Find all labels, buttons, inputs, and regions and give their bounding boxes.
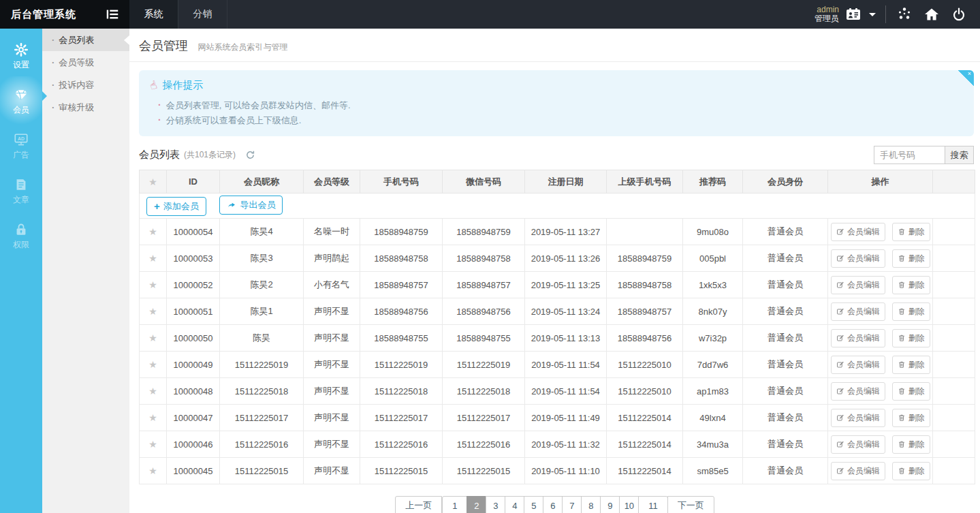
cell-phone: 15112225018: [360, 378, 443, 405]
pagination-page-button[interactable]: 11: [638, 496, 668, 513]
pagination-page-button[interactable]: 1: [442, 496, 467, 513]
edit-icon: [836, 387, 844, 395]
star-toggle[interactable]: ★: [148, 465, 157, 476]
cell-id: 10000045: [167, 458, 220, 484]
pagination-next-button[interactable]: 下一页: [667, 496, 714, 513]
edit-member-label: 会员编辑: [847, 226, 880, 238]
home-button[interactable]: [923, 5, 941, 23]
power-icon: [951, 6, 967, 22]
delete-member-button[interactable]: 删除: [892, 223, 930, 241]
pagination-prev-button[interactable]: 上一页: [395, 496, 442, 513]
pagination: 上一页 1234567891011 下一页: [395, 496, 714, 513]
cell-actions: 会员编辑 删除: [828, 405, 933, 431]
star-toggle[interactable]: ★: [148, 306, 157, 317]
delete-member-button[interactable]: 删除: [892, 276, 930, 294]
sidebar-item-permissions[interactable]: 权限: [0, 215, 42, 258]
favorite-cell: ★: [140, 352, 167, 378]
sidebar-item-settings[interactable]: 设置: [0, 35, 42, 78]
star-toggle[interactable]: ★: [148, 226, 157, 237]
cell-id: 10000049: [167, 352, 220, 378]
page-header: 会员管理 网站系统会员索引与管理: [129, 29, 980, 62]
delete-member-button[interactable]: 删除: [892, 329, 930, 347]
search-button[interactable]: 搜索: [945, 146, 974, 164]
scatter-dots-button[interactable]: [896, 5, 913, 23]
star-toggle[interactable]: ★: [148, 332, 157, 343]
pagination-page-button[interactable]: 9: [600, 496, 620, 513]
star-toggle[interactable]: ★: [148, 386, 157, 397]
logout-button[interactable]: [950, 5, 968, 23]
cell-refcode: w7i32p: [683, 325, 743, 352]
tips-close-button[interactable]: ×: [958, 70, 974, 87]
star-toggle[interactable]: ★: [148, 439, 157, 450]
cell-actions: 会员编辑 删除: [828, 298, 933, 325]
edit-member-label: 会员编辑: [847, 253, 880, 264]
cell-identity: 普通会员: [743, 272, 828, 298]
edit-member-button[interactable]: 会员编辑: [831, 276, 885, 294]
search-input[interactable]: [874, 146, 945, 164]
cell-parent-phone: 18588948756: [607, 325, 683, 352]
cell-level: 声明不显: [304, 378, 360, 405]
topnav-item-distribution[interactable]: 分销: [178, 0, 227, 29]
delete-member-button[interactable]: 删除: [892, 302, 930, 321]
cell-parent-phone: 15112225010: [607, 378, 683, 405]
submenu-item-member-list[interactable]: · 会员列表: [42, 29, 129, 51]
refresh-button[interactable]: [245, 150, 256, 161]
edit-member-button[interactable]: 会员编辑: [831, 409, 885, 427]
edit-member-button[interactable]: 会员编辑: [831, 329, 885, 347]
cell-nickname: 陈昊2: [220, 272, 304, 298]
sidebar-item-articles[interactable]: 文章: [0, 170, 42, 213]
edit-member-button[interactable]: 会员编辑: [831, 382, 885, 401]
edit-member-button[interactable]: 会员编辑: [831, 249, 885, 268]
delete-member-label: 删除: [908, 279, 925, 291]
pagination-page-button[interactable]: 3: [486, 496, 505, 513]
add-member-button[interactable]: + 添加会员: [146, 197, 206, 216]
tips-line: ·会员列表管理, 可以给会员群发站内信、邮件等.: [150, 97, 963, 112]
delete-member-button[interactable]: 删除: [892, 249, 930, 268]
favorite-cell: ★: [140, 272, 167, 298]
pagination-page-button[interactable]: 5: [524, 496, 543, 513]
sidebar-item-ads[interactable]: AD 广告: [0, 125, 42, 168]
table-row: ★ 10000050 陈昊 声明不显 18588948755 185889487…: [140, 325, 975, 352]
cell-phone: 15112225019: [360, 352, 443, 378]
cell-identity: 普通会员: [743, 245, 828, 272]
table-row: ★ 10000048 15112225018 声明不显 15112225018 …: [140, 378, 975, 405]
star-toggle[interactable]: ★: [148, 253, 157, 264]
pagination-page-button[interactable]: 10: [619, 496, 639, 513]
delete-member-label: 删除: [908, 359, 925, 371]
delete-member-button[interactable]: 删除: [892, 435, 930, 454]
star-toggle[interactable]: ★: [148, 279, 157, 290]
cell-regdate: 2019-05-11 11:32: [525, 431, 607, 458]
edit-member-button[interactable]: 会员编辑: [831, 462, 885, 480]
topnav-item-system[interactable]: 系统: [129, 0, 178, 29]
star-toggle[interactable]: ★: [148, 359, 157, 370]
delete-member-label: 删除: [908, 332, 925, 344]
pagination-page-button[interactable]: 2: [467, 496, 486, 513]
user-menu[interactable]: admin 管理员: [815, 5, 876, 23]
delete-member-button[interactable]: 删除: [892, 356, 930, 374]
submenu-item-upgrade-review[interactable]: · 审核升级: [42, 96, 129, 119]
cell-empty: [933, 245, 975, 272]
edit-member-button[interactable]: 会员编辑: [831, 356, 885, 374]
cell-nickname: 15112225019: [220, 352, 304, 378]
star-toggle[interactable]: ★: [148, 412, 157, 423]
edit-member-button[interactable]: 会员编辑: [831, 435, 885, 454]
delete-member-button[interactable]: 删除: [892, 382, 930, 401]
delete-member-button[interactable]: 删除: [892, 462, 930, 480]
pagination-page-button[interactable]: 4: [505, 496, 524, 513]
sidebar-item-members[interactable]: 会员: [0, 80, 42, 123]
brand-title: 后台管理系统: [11, 8, 76, 21]
sidebar-collapse-button[interactable]: [105, 7, 120, 22]
edit-member-button[interactable]: 会员编辑: [831, 302, 885, 321]
submenu-item-member-level[interactable]: · 会员等级: [42, 51, 129, 74]
record-count: (共101条记录): [184, 149, 236, 161]
pagination-page-button[interactable]: 6: [543, 496, 563, 513]
submenu-label: 会员列表: [59, 34, 94, 46]
edit-member-button[interactable]: 会员编辑: [831, 223, 885, 241]
edit-icon: [836, 281, 844, 289]
pagination-page-button[interactable]: 7: [562, 496, 582, 513]
cell-regdate: 2019-05-11 13:13: [525, 325, 607, 352]
delete-member-button[interactable]: 删除: [892, 409, 930, 427]
submenu-item-complaints[interactable]: · 投诉内容: [42, 74, 129, 96]
export-member-button[interactable]: 导出会员: [219, 196, 283, 215]
pagination-page-button[interactable]: 8: [581, 496, 601, 513]
